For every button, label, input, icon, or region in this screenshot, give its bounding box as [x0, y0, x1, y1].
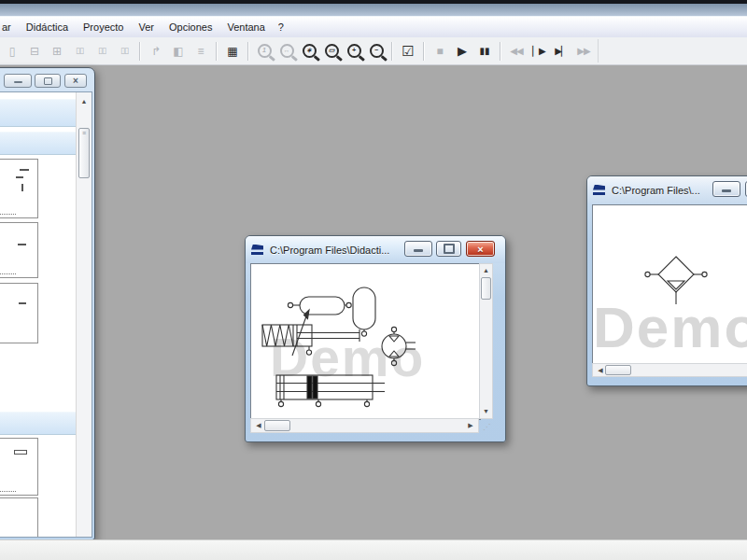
festo-logo-icon — [593, 185, 607, 196]
zoom-in-icon[interactable]: + — [344, 40, 364, 63]
toolbar-separator — [500, 42, 501, 61]
circuit-canvas-1[interactable]: Demo — [250, 263, 481, 420]
menu-item-didactica[interactable]: Didáctica — [19, 19, 76, 35]
component-label — [0, 491, 16, 492]
zoom-fit-icon[interactable]: ∗ — [299, 40, 319, 63]
component-symbol — [16, 176, 23, 178]
horizontal-scrollbar[interactable]: ◀ — [592, 363, 747, 377]
menu-item-help[interactable]: ? — [273, 19, 289, 35]
scroll-left-icon[interactable]: ◀ — [253, 419, 264, 432]
circuit-window-2[interactable]: C:\Program Files\... Demo — [586, 175, 747, 386]
minimize-icon — [14, 81, 22, 83]
grid-icon[interactable]: ▦ — [222, 40, 243, 63]
distribute-icon[interactable]: ≡ — [190, 40, 211, 63]
component-label — [0, 214, 16, 215]
scroll-up-icon[interactable]: ▲ — [480, 265, 492, 276]
align-middle-icon[interactable]: ▯▯ — [92, 40, 112, 63]
demo-watermark: Demo — [593, 295, 747, 359]
scroll-up-icon[interactable]: ▲ — [77, 96, 92, 107]
scroll-down-icon[interactable]: ▼ — [480, 406, 492, 417]
scroll-thumb[interactable] — [605, 365, 631, 375]
library-section-bar[interactable] — [0, 412, 77, 435]
zoom-original-icon[interactable]: 1 — [254, 40, 275, 63]
circuit-canvas-2[interactable]: Demo — [592, 204, 747, 365]
menu-bar: ar Didáctica Proyecto Ver Opciones Venta… — [0, 17, 747, 37]
library-section-bar[interactable] — [0, 132, 77, 155]
status-bar — [0, 539, 747, 560]
library-body: ▲ ≡ — [0, 91, 92, 538]
window-titlebar-edge[interactable] — [0, 4, 747, 17]
component-symbol — [14, 450, 27, 455]
component-thumbnail[interactable] — [0, 283, 38, 343]
component-thumbnail[interactable] — [0, 497, 38, 538]
component-thumbnail[interactable] — [0, 438, 38, 496]
menu-item-opciones[interactable]: Opciones — [162, 19, 219, 35]
circuit-window-1[interactable]: C:\Program Files\Didacti... × Demo — [245, 235, 506, 442]
zoom-original-glyph: 1 — [262, 47, 266, 53]
maximize-icon — [444, 244, 455, 254]
rotate-icon[interactable]: ↱ — [146, 40, 166, 63]
library-section-bar[interactable] — [0, 99, 77, 127]
window-minimize-button[interactable] — [712, 181, 740, 197]
menu-item-ver[interactable]: Ver — [131, 19, 162, 35]
horizontal-scrollbar[interactable]: ◀ ▶ — [250, 418, 479, 433]
resize-grip-icon[interactable]: ⋰ — [483, 423, 492, 432]
festo-logo-icon — [251, 245, 265, 256]
simulation-check-icon[interactable]: ☑ — [398, 40, 418, 63]
align-top-icon[interactable]: ▯▯ — [69, 40, 90, 63]
window-close-button[interactable]: × — [466, 241, 495, 257]
library-minimize-button[interactable] — [4, 74, 32, 88]
menu-item-ventana[interactable]: Ventana — [219, 19, 272, 35]
minimize-icon — [414, 249, 423, 252]
align-left-icon[interactable]: ▯ — [2, 40, 22, 63]
menu-item-partial[interactable]: ar — [0, 19, 19, 35]
zoom-in-glyph: + — [352, 47, 356, 53]
zoom-area-glyph: ▭ — [329, 47, 335, 53]
pneumatic-circuit-drawing: Demo — [251, 264, 478, 417]
play-icon[interactable]: ▶ — [452, 40, 472, 63]
zoom-width-glyph: ↔ — [284, 47, 290, 53]
library-scrollbar[interactable]: ▲ ≡ — [76, 92, 92, 537]
minimize-icon — [722, 189, 731, 192]
component-symbol — [20, 169, 29, 171]
scroll-right-icon[interactable]: ▶ — [465, 419, 476, 432]
toolbar-separator — [139, 42, 141, 61]
step-forward-icon[interactable]: ▏▶ — [529, 40, 549, 63]
mdi-workspace: × — [0, 65, 747, 539]
window-minimize-button[interactable] — [404, 241, 432, 257]
align-bottom-icon[interactable]: ▯▯ — [114, 40, 134, 63]
mirror-icon[interactable]: ◧ — [168, 40, 189, 63]
scroll-thumb[interactable] — [264, 420, 290, 431]
library-close-button[interactable]: × — [64, 74, 87, 88]
toolbar-separator — [247, 42, 249, 61]
pause-icon[interactable]: ▮▮ — [474, 40, 495, 63]
zoom-fit-glyph: ∗ — [306, 47, 312, 53]
library-scroll-thumb[interactable]: ≡ — [78, 128, 90, 178]
menu-item-proyecto[interactable]: Proyecto — [76, 19, 131, 35]
toolbar-separator — [391, 42, 393, 61]
pneumatic-circuit-drawing: Demo — [593, 205, 747, 362]
stop-icon[interactable]: ■ — [430, 40, 450, 63]
close-icon: × — [73, 76, 78, 86]
component-symbol — [19, 302, 26, 304]
fast-forward-icon[interactable]: ▶▶ — [573, 40, 594, 63]
align-right-icon[interactable]: ⊞ — [47, 40, 67, 63]
window-maximize-button[interactable] — [436, 241, 461, 257]
step-to-end-icon[interactable]: ▶▏ — [551, 40, 571, 63]
toolbar-separator — [216, 42, 218, 61]
zoom-out-icon[interactable]: − — [366, 40, 387, 63]
zoom-width-icon[interactable]: ↔ — [276, 40, 297, 63]
close-icon: × — [477, 244, 483, 255]
component-thumbnail[interactable] — [0, 222, 38, 278]
zoom-area-icon[interactable]: ▭ — [321, 40, 342, 63]
vertical-scrollbar[interactable]: ▲ ▼ — [479, 263, 493, 419]
library-window[interactable]: × — [0, 67, 95, 540]
library-maximize-button[interactable] — [35, 74, 61, 88]
window-corner: ⋰ — [479, 418, 493, 433]
component-label — [0, 273, 16, 274]
align-center-icon[interactable]: ⊟ — [24, 40, 45, 63]
component-thumbnail[interactable] — [0, 159, 38, 218]
step-back-icon[interactable]: ◀◀ — [506, 40, 527, 63]
circuit-window-2-title: C:\Program Files\... — [612, 185, 700, 196]
scroll-thumb[interactable] — [481, 277, 491, 300]
